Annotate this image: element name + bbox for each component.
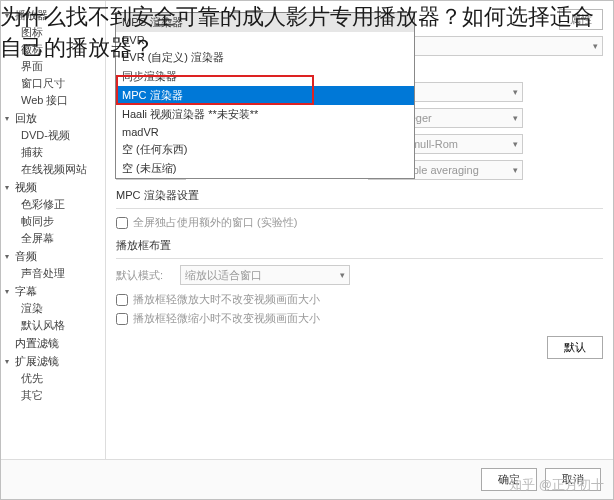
tree-child[interactable]: 捕获 (5, 144, 101, 161)
tree-parent[interactable]: ▾扩展滤镜 (5, 353, 101, 370)
dropdown-option[interactable]: 空 (未压缩) (116, 159, 414, 178)
tree-parent[interactable]: ▾字幕 (5, 283, 101, 300)
tree-child[interactable]: 色彩修正 (5, 196, 101, 213)
default-mode-label: 默认模式: (116, 268, 172, 283)
tree-child[interactable]: DVD-视频 (5, 127, 101, 144)
renderer-dropdown-list[interactable]: MPC 渲染器 EVR EVR (自定义) 渲染器 同步渲染器 MPC 渲染器 … (115, 12, 415, 179)
tree-child[interactable]: 图标 (5, 24, 101, 41)
tree-child[interactable]: 其它 (5, 387, 101, 404)
arrow-icon: ▾ (5, 252, 13, 261)
tree-child[interactable]: 在线视频网站 (5, 161, 101, 178)
dropdown-option[interactable]: 空 (任何东西) (116, 140, 414, 159)
tree-parent[interactable]: ▾音频 (5, 248, 101, 265)
dropdown-option[interactable]: EVR (116, 32, 414, 48)
tree-child[interactable]: Web 接口 (5, 92, 101, 109)
default-button[interactable]: 默认 (547, 336, 603, 359)
tree-child[interactable]: 声音处理 (5, 265, 101, 282)
keep-shrink-checkbox[interactable] (116, 313, 128, 325)
dropdown-option[interactable]: Haali 视频渲染器 **未安装** (116, 105, 414, 124)
keep-shrink-label: 播放框轻微缩小时不改变视频画面大小 (133, 311, 320, 326)
default-mode-select[interactable]: 缩放以适合窗口▾ (180, 265, 350, 285)
arrow-icon: ▾ (5, 183, 13, 192)
dropdown-option[interactable]: EVR (自定义) 渲染器 (116, 48, 414, 67)
arrow-icon: ▾ (5, 11, 13, 20)
tree-child[interactable]: 全屏幕 (5, 230, 101, 247)
arrow-icon: ▾ (5, 357, 13, 366)
tree-parent[interactable]: 内置滤镜 (5, 335, 101, 352)
cancel-button[interactable]: 取消 (545, 468, 601, 491)
arrow-icon: ▾ (5, 287, 13, 296)
nav-tree: ▾播放器图标徽标界面窗口尺寸Web 接口▾回放DVD-视频捕获在线视频网站▾视频… (1, 1, 106, 459)
ok-button[interactable]: 确定 (481, 468, 537, 491)
dropdown-option-selected[interactable]: MPC 渲染器 (116, 86, 414, 105)
dropdown-option[interactable]: madVR (116, 124, 414, 140)
tree-child[interactable]: 渲染 (5, 300, 101, 317)
attributes-button[interactable]: 属性 (559, 9, 603, 30)
fullscreen-exclusive-checkbox[interactable] (116, 217, 128, 229)
tree-child[interactable]: 默认风格 (5, 317, 101, 334)
fullscreen-exclusive-label: 全屏独占使用额外的窗口 (实验性) (133, 215, 297, 230)
tree-child[interactable]: 优先 (5, 370, 101, 387)
keep-enlarge-checkbox[interactable] (116, 294, 128, 306)
tree-child[interactable]: 帧同步 (5, 213, 101, 230)
dialog-footer: 确定 取消 (1, 459, 613, 499)
tree-child[interactable]: 窗口尺寸 (5, 75, 101, 92)
tree-child[interactable]: 界面 (5, 58, 101, 75)
tree-parent[interactable]: ▾回放 (5, 110, 101, 127)
chevron-down-icon: ▾ (593, 41, 598, 51)
keep-enlarge-label: 播放框轻微放大时不改变视频画面大小 (133, 292, 320, 307)
dropdown-option[interactable]: 同步渲染器 (116, 67, 414, 86)
arrow-icon: ▾ (5, 114, 13, 123)
tree-parent[interactable]: ▾播放器 (5, 7, 101, 24)
mpc-renderer-section: MPC 渲染器设置 (116, 188, 603, 203)
tree-child[interactable]: 徽标 (5, 41, 101, 58)
playframe-section: 播放框布置 (116, 238, 603, 253)
dropdown-option[interactable]: MPC 渲染器 (116, 13, 414, 32)
tree-parent[interactable]: ▾视频 (5, 179, 101, 196)
